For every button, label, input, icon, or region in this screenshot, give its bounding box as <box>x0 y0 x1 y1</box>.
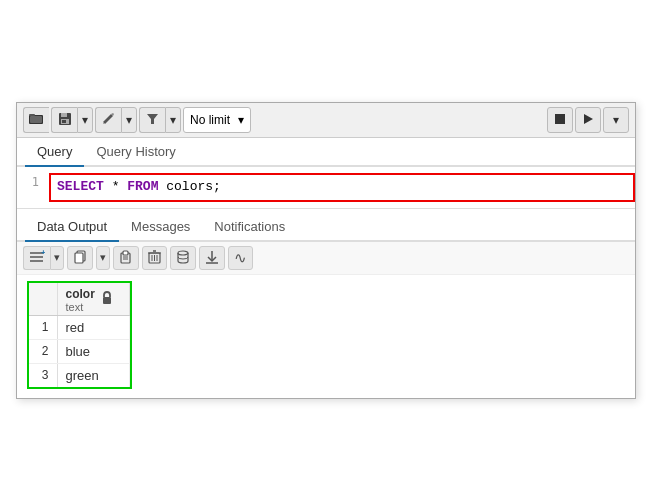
results-table: color text <box>29 283 130 387</box>
open-btn-group <box>23 107 49 133</box>
chevron-down-icon: ▾ <box>613 113 619 127</box>
paste-button[interactable] <box>113 246 139 270</box>
tab-notifications[interactable]: Notifications <box>202 213 297 242</box>
svg-marker-9 <box>584 114 593 124</box>
copy-button[interactable] <box>67 246 93 270</box>
table-row: 3 green <box>29 363 129 387</box>
stop-icon <box>554 113 566 128</box>
results-container: color text <box>17 275 635 398</box>
output-toolbar: + ▾ ▾ <box>17 242 635 275</box>
filter-button[interactable] <box>139 107 165 133</box>
add-row-button[interactable]: + <box>23 246 50 270</box>
main-toolbar: ▾ ▾ <box>17 103 635 138</box>
save-icon <box>58 112 72 129</box>
table-row: 2 blue <box>29 339 129 363</box>
trash-icon <box>148 250 161 266</box>
tab-messages[interactable]: Messages <box>119 213 202 242</box>
sql-from-keyword: FROM <box>127 179 158 194</box>
sql-editor-content[interactable]: SELECT * FROM colors; <box>49 173 635 201</box>
save-dropdown-button[interactable]: ▾ <box>77 107 93 133</box>
chevron-down-icon: ▾ <box>170 113 176 127</box>
row-1-color[interactable]: red <box>57 315 129 339</box>
chevron-down-icon: ▾ <box>126 113 132 127</box>
sql-select-keyword: SELECT <box>57 179 104 194</box>
row-number-2: 2 <box>29 339 57 363</box>
chevron-down-icon: ▾ <box>54 251 60 264</box>
paste-icon <box>119 250 133 266</box>
lock-icon <box>101 291 113 308</box>
tab-query-history[interactable]: Query History <box>84 138 187 167</box>
svg-rect-2 <box>30 116 42 123</box>
add-row-group: + ▾ <box>23 246 64 270</box>
save-button[interactable] <box>51 107 77 133</box>
copy-dropdown-button[interactable]: ▾ <box>96 246 110 270</box>
run-button[interactable] <box>575 107 601 133</box>
row-number-3: 3 <box>29 363 57 387</box>
edit-button[interactable] <box>95 107 121 133</box>
download-button[interactable] <box>199 246 225 270</box>
svg-rect-1 <box>29 114 35 116</box>
output-tab-bar: Data Output Messages Notifications <box>17 213 635 242</box>
open-button[interactable] <box>23 107 49 133</box>
row-number-1: 1 <box>29 315 57 339</box>
chart-button[interactable]: ∿ <box>228 246 253 270</box>
tab-data-output[interactable]: Data Output <box>25 213 119 242</box>
line-number: 1 <box>17 173 49 189</box>
chart-icon: ∿ <box>234 250 247 265</box>
stop-button[interactable] <box>547 107 573 133</box>
color-column-header[interactable]: color text <box>57 283 129 316</box>
filter-btn-group: ▾ <box>139 107 181 133</box>
tab-query[interactable]: Query <box>25 138 84 167</box>
add-row-dropdown-button[interactable]: ▾ <box>50 246 64 270</box>
query-editor: 1 SELECT * FROM colors; <box>17 167 635 208</box>
column-type: text <box>66 301 95 313</box>
filter-dropdown-button[interactable]: ▾ <box>165 107 181 133</box>
svg-text:+: + <box>41 250 45 257</box>
svg-rect-17 <box>123 251 128 255</box>
save-db-button[interactable] <box>170 246 196 270</box>
chevron-down-icon: ▾ <box>82 113 88 127</box>
filter-icon <box>146 112 159 128</box>
svg-marker-7 <box>147 114 158 124</box>
delete-row-button[interactable] <box>142 246 167 270</box>
svg-point-26 <box>178 251 188 255</box>
svg-rect-4 <box>61 113 67 117</box>
folder-icon <box>29 112 44 128</box>
table-row: 1 red <box>29 315 129 339</box>
row-2-color[interactable]: blue <box>57 339 129 363</box>
limit-label: No limit <box>190 113 230 127</box>
sql-star: * <box>112 179 128 194</box>
sql-table-name: colors; <box>166 179 221 194</box>
database-icon <box>176 250 190 266</box>
table-header-row: color text <box>29 283 129 316</box>
play-icon <box>582 113 594 128</box>
pencil-icon <box>102 112 115 128</box>
edit-dropdown-button[interactable]: ▾ <box>121 107 137 133</box>
row-number-header <box>29 283 57 316</box>
column-name: color <box>66 287 95 301</box>
limit-select[interactable]: No limit ▾ <box>183 107 251 133</box>
row-3-color[interactable]: green <box>57 363 129 387</box>
results-table-wrapper: color text <box>27 281 132 389</box>
more-button[interactable]: ▾ <box>603 107 629 133</box>
chevron-down-icon: ▾ <box>100 251 106 264</box>
svg-rect-15 <box>75 253 83 263</box>
query-tab-bar: Query Query History <box>17 138 635 167</box>
save-btn-group: ▾ <box>51 107 93 133</box>
copy-icon <box>73 250 87 266</box>
download-icon <box>205 250 219 266</box>
edit-btn-group: ▾ <box>95 107 137 133</box>
chevron-down-icon: ▾ <box>238 113 244 127</box>
add-row-icon: + <box>29 250 45 266</box>
svg-rect-6 <box>62 120 66 123</box>
editor-line-1: 1 SELECT * FROM colors; <box>17 171 635 203</box>
svg-rect-29 <box>103 297 111 304</box>
main-window: ▾ ▾ <box>16 102 636 398</box>
svg-rect-8 <box>555 114 565 124</box>
